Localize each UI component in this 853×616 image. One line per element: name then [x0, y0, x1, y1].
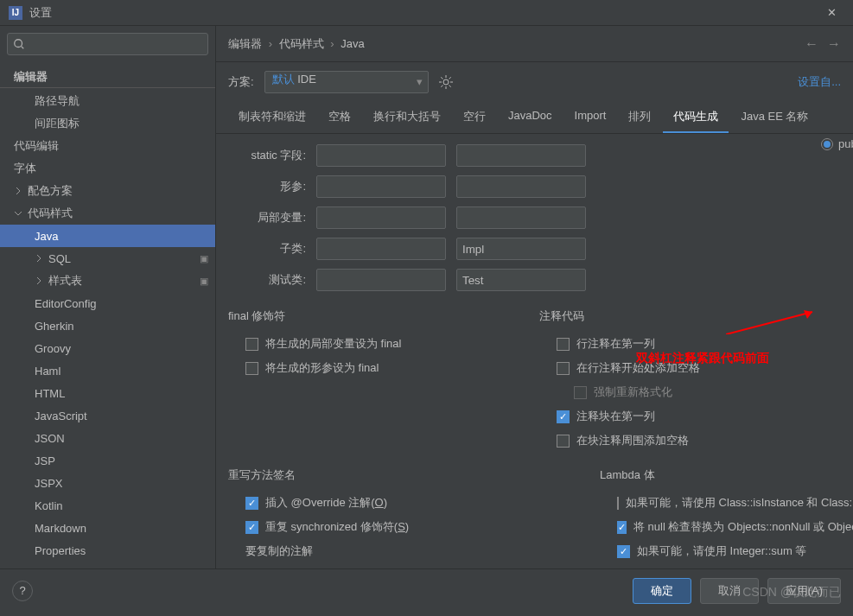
sidebar-item-jspx[interactable]: JSPX	[0, 472, 215, 494]
section-title-comment: 注释代码	[539, 308, 700, 324]
search-input[interactable]	[7, 33, 208, 55]
label-static-field: static 字段:	[228, 148, 306, 163]
sidebar-item-color-scheme[interactable]: 配色方案	[0, 180, 215, 202]
tab-javadoc[interactable]: JavaDoc	[498, 102, 563, 133]
sidebar-item-editorconfig[interactable]: EditorConfig	[0, 292, 215, 314]
input-test-suffix[interactable]	[456, 269, 586, 291]
input-subclass-prefix[interactable]	[316, 238, 446, 260]
app-icon: IJ	[9, 6, 22, 20]
sidebar-item-markdown[interactable]: Markdown	[0, 517, 215, 539]
input-static-suffix[interactable]	[456, 144, 586, 167]
apply-button[interactable]: 应用(A)	[767, 578, 841, 604]
tab-import[interactable]: Import	[564, 102, 617, 133]
cb-final-params[interactable]: 将生成的形参设为 final	[228, 360, 401, 376]
label-param: 形参:	[228, 179, 306, 194]
cb-insert-override[interactable]: 插入 @Override 注解(O)	[228, 495, 574, 511]
sidebar-item-label: SQL	[48, 252, 71, 265]
override-section: 重写方法签名 插入 @Override 注解(O) 重复 synchronize…	[228, 467, 574, 568]
lambda-section: Lambda 体 如果可能，请使用 Class::isInstance 和 Cl…	[600, 467, 841, 568]
sidebar-item-label: 配色方案	[28, 183, 73, 199]
chevron-right-icon	[35, 254, 43, 263]
sidebar-item-font[interactable]: 字体	[0, 157, 215, 180]
sidebar-item-java[interactable]: Java	[0, 225, 215, 247]
radio-label: public(B)	[838, 137, 853, 150]
input-param-prefix[interactable]	[316, 175, 446, 198]
sidebar-item-groovy[interactable]: Groovy	[0, 337, 215, 359]
close-icon[interactable]: ✕	[818, 6, 844, 19]
sidebar-item-protobuf[interactable]: Protocol Buffer	[0, 562, 215, 568]
sidebar-item-jsp[interactable]: JSP	[0, 449, 215, 472]
input-test-prefix[interactable]	[316, 269, 446, 291]
main-header: 编辑器 › 代码样式 › Java ← →	[216, 26, 853, 62]
cb-lambda-integersum[interactable]: 如果可能，请使用 Integer::sum 等	[600, 543, 841, 559]
tab-arrangement[interactable]: 排列	[618, 102, 661, 133]
cb-lambda-isinstance[interactable]: 如果可能，请使用 Class::isInstance 和 Class::c	[600, 495, 841, 511]
gear-icon[interactable]	[439, 75, 453, 89]
project-badge-icon: ▣	[200, 276, 208, 287]
project-badge-icon: ▣	[200, 253, 208, 264]
sidebar-item-label: 样式表	[48, 273, 82, 289]
sidebar-item-code-style[interactable]: 代码样式	[0, 202, 215, 225]
cb-lambda-nonnull[interactable]: 将 null 检查替换为 Objects::nonNull 或 Objec	[600, 519, 841, 535]
sidebar-item-gherkin[interactable]: Gherkin	[0, 314, 215, 337]
window-title: 设置	[29, 5, 818, 21]
cb-block-comment-space[interactable]: 在块注释周围添加空格	[539, 433, 700, 448]
sidebar-item-label: 代码样式	[28, 206, 73, 221]
section-editor[interactable]: 编辑器	[0, 66, 215, 88]
cb-line-comment-first[interactable]: 行注释在第一列	[539, 336, 700, 352]
sidebar-item-html[interactable]: HTML	[0, 382, 215, 404]
footer: ? 确定 取消 应用(A)	[0, 568, 853, 612]
label-copy-annotations: 要复制的注解	[228, 543, 574, 559]
tab-javaee[interactable]: Java EE 名称	[730, 102, 818, 133]
chevron-right-icon	[14, 187, 22, 195]
tab-wrapping[interactable]: 换行和大括号	[363, 102, 451, 133]
scheme-row: 方案: 默认 IDE 设置自...	[216, 62, 853, 102]
input-static-prefix[interactable]	[316, 144, 446, 167]
scheme-default: 默认	[272, 73, 295, 86]
tabs: 制表符和缩进 空格 换行和大括号 空行 JavaDoc Import 排列 代码…	[216, 102, 853, 134]
sidebar-item-code-editing[interactable]: 代码编辑	[0, 135, 215, 157]
svg-line-1	[22, 47, 24, 49]
cb-repeat-synchronized[interactable]: 重复 synchronized 修饰符(S)	[228, 519, 574, 535]
content-area: public(B) static 字段: 形参: 局部变量: 子类: 测试类:	[216, 134, 853, 568]
sidebar-item-gutter[interactable]: 间距图标	[0, 112, 215, 135]
breadcrumb: 编辑器 › 代码样式 › Java	[228, 36, 805, 52]
input-subclass-suffix[interactable]	[456, 238, 586, 260]
ok-button[interactable]: 确定	[633, 578, 691, 604]
help-button[interactable]: ?	[12, 581, 33, 601]
breadcrumb-item[interactable]: 代码样式	[279, 37, 324, 50]
sidebar-item-javascript[interactable]: JavaScript	[0, 404, 215, 427]
tab-spaces[interactable]: 空格	[318, 102, 361, 133]
input-local-prefix[interactable]	[316, 206, 446, 229]
cb-block-comment-first[interactable]: 注释块在第一列	[539, 409, 700, 424]
cb-force-reformat: 强制重新格式化	[539, 384, 700, 400]
scheme-ide: IDE	[295, 73, 316, 86]
sidebar-item-haml[interactable]: Haml	[0, 359, 215, 382]
radio-public-row[interactable]: public(B)	[821, 137, 853, 150]
section-title-override: 重写方法签名	[228, 467, 574, 483]
cb-final-locals[interactable]: 将生成的局部变量设为 final	[228, 336, 401, 352]
forward-icon[interactable]: →	[827, 36, 841, 52]
label-test: 测试类:	[228, 272, 306, 288]
sidebar-item-breadcrumbs[interactable]: 路径导航	[0, 90, 215, 112]
label-subclass: 子类:	[228, 241, 306, 257]
chevron-down-icon	[14, 209, 22, 218]
scheme-dropdown[interactable]: 默认 IDE	[264, 71, 429, 93]
settings-tree: 编辑器 路径导航 间距图标 代码编辑 字体 配色方案 代码样式 Java SQL…	[0, 62, 215, 568]
sidebar-item-kotlin[interactable]: Kotlin	[0, 494, 215, 517]
svg-point-0	[15, 40, 22, 48]
input-param-suffix[interactable]	[456, 175, 586, 198]
back-icon[interactable]: ←	[805, 36, 818, 52]
scheme-settings-link[interactable]: 设置自...	[798, 74, 841, 90]
sidebar-item-stylesheets[interactable]: 样式表 ▣	[0, 270, 215, 292]
sidebar-item-properties[interactable]: Properties	[0, 539, 215, 562]
breadcrumb-item[interactable]: 编辑器	[228, 37, 262, 50]
sidebar-item-sql[interactable]: SQL ▣	[0, 247, 215, 270]
tab-code-generation[interactable]: 代码生成	[663, 102, 729, 133]
cb-line-comment-space[interactable]: 在行注释开始处添加空格	[539, 360, 700, 376]
tab-indent[interactable]: 制表符和缩进	[228, 102, 316, 133]
input-local-suffix[interactable]	[456, 206, 586, 229]
cancel-button[interactable]: 取消	[700, 578, 759, 604]
sidebar-item-json[interactable]: JSON	[0, 427, 215, 449]
tab-blank-lines[interactable]: 空行	[453, 102, 496, 133]
